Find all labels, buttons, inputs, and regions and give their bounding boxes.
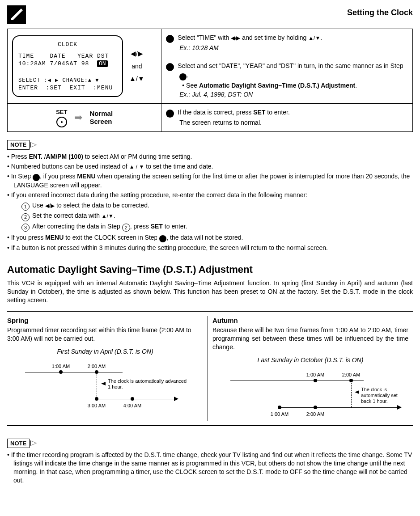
set-label: SET: [56, 108, 67, 116]
step-3-marker: 3: [166, 35, 174, 43]
note-item: Numbered buttons can be used instead of …: [7, 162, 413, 171]
dst-columns: Spring Programmed timer recording set wi…: [7, 316, 413, 421]
set-button-graphic: SET: [56, 108, 67, 128]
step-4-subnote: See Automatic Daylight Saving–Time (D.S.…: [166, 81, 408, 90]
note-item: Press ENT. /AM/PM (100) to select AM or …: [7, 152, 413, 161]
step-5-marker: 5: [166, 110, 174, 118]
osd-title: CLOCK: [18, 41, 117, 49]
arrow-right-icon: ➡: [74, 111, 82, 124]
spring-text: Programmed timer recording set within th…: [7, 326, 203, 343]
step-4-cell: 4Select and set "DATE", "YEAR" and "DST"…: [161, 57, 413, 103]
note-item: If you press MENU to exit the CLOCK scre…: [7, 233, 413, 242]
note-item: In Step 1, if you press MENU when operat…: [7, 172, 413, 190]
step-4-example: Ex.: Jul. 4, 1998, DST: ON: [166, 90, 408, 99]
osd-header-row: TIME DATE YEAR DST: [18, 52, 117, 60]
note-tag-1: NOTE: [7, 140, 413, 150]
left-right-icon: ◀/▶: [45, 203, 55, 209]
divider: [7, 425, 413, 426]
notes-list-1: Press ENT. /AM/PM (100) to select AM or …: [7, 152, 413, 253]
substep-1-marker: 1: [21, 203, 30, 211]
step-3-cell: 3Select "TIME" with ◀/▶ and set time by …: [161, 29, 413, 57]
spring-heading: Spring: [7, 316, 203, 325]
osd-help-2: ENTER :SET EXIT :MENU: [18, 84, 117, 92]
svg-marker-0: [11, 9, 22, 20]
autumn-diagram: 1:00 AM 2:00 AM 1:00 AM 2:00 AM The cloc…: [212, 367, 408, 421]
spring-diagram: 1:00 AM 2:00 AM 3:00 AM 4:00 AM The cloc…: [7, 359, 203, 412]
dst-spring-col: Spring Programmed timer recording set wi…: [7, 316, 208, 421]
up-down-icon: ▲/▼: [308, 35, 320, 41]
set-cell: SET ➡ Normal Screen: [8, 104, 161, 132]
step-4-marker: 4: [166, 63, 174, 71]
autumn-text: Because there will be two time frames fr…: [212, 326, 408, 351]
pencil-icon: [7, 5, 26, 24]
procedure-table: CLOCK TIME DATE YEAR DST 10:28AM 7/04SAT…: [7, 29, 413, 132]
osd-dst-on: ON: [97, 60, 108, 67]
substep-3-marker: 3: [21, 224, 30, 232]
osd-values-row: 10:28AM 7/04SAT 98 ON: [18, 60, 117, 68]
side-controls: ◀/▶ and ▲/▼: [129, 49, 144, 83]
note-item: If a button is not pressed within 3 minu…: [7, 244, 413, 252]
button-icon: [56, 117, 67, 127]
divider: [7, 311, 413, 312]
note-arrow-icon: [30, 142, 37, 148]
autumn-diagram-title: Last Sunday in October (D.S.T. is ON): [212, 356, 408, 364]
left-right-icon: ◀/▶: [129, 49, 144, 58]
note-tag-2: NOTE: [7, 439, 413, 448]
autumn-heading: Autumn: [212, 316, 408, 325]
note-item: If you entered incorrect data during the…: [7, 191, 413, 232]
step-3-ref: 3: [179, 73, 187, 80]
dst-autumn-col: Autumn Because there will be two time fr…: [208, 316, 413, 421]
substep-2-ref: 2: [122, 224, 130, 232]
up-down-icon: ▲/▼: [129, 74, 144, 83]
page-title: Setting the Clock: [347, 7, 413, 18]
substep-2-marker: 2: [21, 213, 30, 221]
notes-list-2: If the timer recording program is affect…: [7, 451, 413, 485]
spring-diagram-title: First Sunday in April (D.S.T. is ON): [7, 347, 203, 356]
dst-intro: This VCR is equipped with an internal Au…: [7, 279, 413, 305]
step-3-example: Ex.: 10:28 AM: [166, 44, 408, 52]
osd-help-1: SELECT :◀ ▶ CHANGE:▲ ▼: [18, 77, 117, 84]
up-down-icon: ▲/▼: [102, 213, 114, 219]
note-item: If the timer recording program is affect…: [7, 451, 413, 485]
and-label: and: [129, 62, 144, 71]
page-header: Setting the Clock: [7, 5, 413, 24]
normal-screen-label: Normal Screen: [89, 110, 113, 126]
left-right-icon: ◀/▶: [231, 35, 240, 41]
step-5-line2: The screen returns to normal.: [166, 118, 408, 127]
note-arrow-icon: [30, 440, 37, 446]
step-1-ref: 1: [33, 174, 40, 181]
dst-heading: Automatic Daylight Saving–Time (D.S.T.) …: [7, 263, 413, 276]
osd-cell: CLOCK TIME DATE YEAR DST 10:28AM 7/04SAT…: [8, 29, 161, 104]
up-down-icon: ▲ / ▼: [129, 164, 144, 170]
step-5-ref: 5: [159, 235, 166, 242]
osd-screen: CLOCK TIME DATE YEAR DST 10:28AM 7/04SAT…: [12, 35, 123, 97]
step-5-cell: 5If the data is correct, press SET to en…: [161, 104, 413, 132]
